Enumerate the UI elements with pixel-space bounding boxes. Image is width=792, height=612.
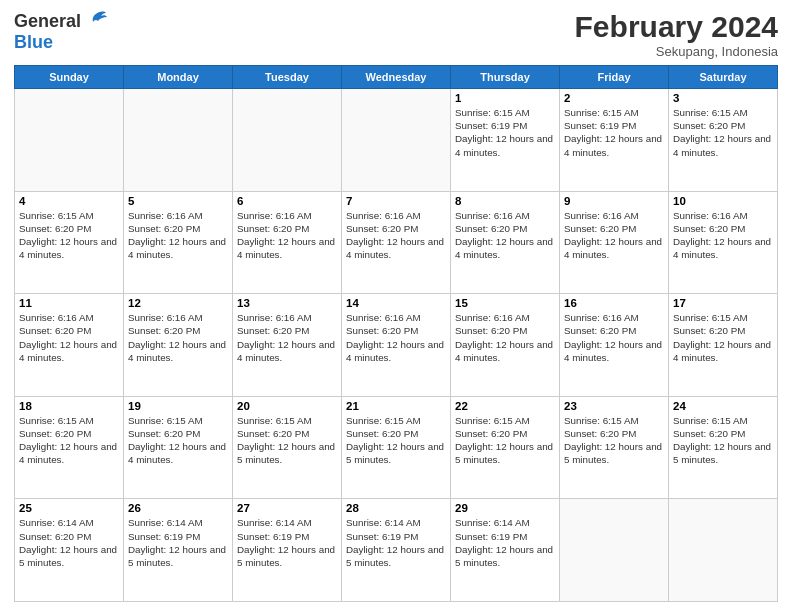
calendar-cell: 14Sunrise: 6:16 AM Sunset: 6:20 PM Dayli… [342, 294, 451, 397]
cell-info: Sunrise: 6:15 AM Sunset: 6:20 PM Dayligh… [673, 106, 773, 159]
day-number: 10 [673, 195, 773, 207]
day-number: 20 [237, 400, 337, 412]
cell-info: Sunrise: 6:14 AM Sunset: 6:19 PM Dayligh… [455, 516, 555, 569]
calendar-dow-wednesday: Wednesday [342, 66, 451, 89]
month-title: February 2024 [575, 10, 778, 44]
cell-info: Sunrise: 6:14 AM Sunset: 6:19 PM Dayligh… [128, 516, 228, 569]
cell-info: Sunrise: 6:16 AM Sunset: 6:20 PM Dayligh… [564, 209, 664, 262]
calendar-header-row: SundayMondayTuesdayWednesdayThursdayFrid… [15, 66, 778, 89]
cell-info: Sunrise: 6:14 AM Sunset: 6:19 PM Dayligh… [346, 516, 446, 569]
calendar-cell: 16Sunrise: 6:16 AM Sunset: 6:20 PM Dayli… [560, 294, 669, 397]
calendar-cell: 20Sunrise: 6:15 AM Sunset: 6:20 PM Dayli… [233, 396, 342, 499]
calendar-cell: 21Sunrise: 6:15 AM Sunset: 6:20 PM Dayli… [342, 396, 451, 499]
cell-info: Sunrise: 6:16 AM Sunset: 6:20 PM Dayligh… [455, 311, 555, 364]
calendar-cell: 8Sunrise: 6:16 AM Sunset: 6:20 PM Daylig… [451, 191, 560, 294]
cell-info: Sunrise: 6:16 AM Sunset: 6:20 PM Dayligh… [237, 311, 337, 364]
calendar-cell: 5Sunrise: 6:16 AM Sunset: 6:20 PM Daylig… [124, 191, 233, 294]
page: General Blue February 2024 Sekupang, Ind… [0, 0, 792, 612]
calendar-week-1: 4Sunrise: 6:15 AM Sunset: 6:20 PM Daylig… [15, 191, 778, 294]
calendar-cell: 26Sunrise: 6:14 AM Sunset: 6:19 PM Dayli… [124, 499, 233, 602]
cell-info: Sunrise: 6:14 AM Sunset: 6:20 PM Dayligh… [19, 516, 119, 569]
cell-info: Sunrise: 6:15 AM Sunset: 6:20 PM Dayligh… [346, 414, 446, 467]
day-number: 7 [346, 195, 446, 207]
calendar-cell: 6Sunrise: 6:16 AM Sunset: 6:20 PM Daylig… [233, 191, 342, 294]
calendar-dow-tuesday: Tuesday [233, 66, 342, 89]
calendar-cell: 4Sunrise: 6:15 AM Sunset: 6:20 PM Daylig… [15, 191, 124, 294]
calendar-cell: 3Sunrise: 6:15 AM Sunset: 6:20 PM Daylig… [669, 89, 778, 192]
calendar-cell [124, 89, 233, 192]
calendar-cell: 19Sunrise: 6:15 AM Sunset: 6:20 PM Dayli… [124, 396, 233, 499]
calendar-cell: 23Sunrise: 6:15 AM Sunset: 6:20 PM Dayli… [560, 396, 669, 499]
day-number: 13 [237, 297, 337, 309]
calendar-cell [560, 499, 669, 602]
day-number: 25 [19, 502, 119, 514]
day-number: 18 [19, 400, 119, 412]
cell-info: Sunrise: 6:16 AM Sunset: 6:20 PM Dayligh… [19, 311, 119, 364]
day-number: 22 [455, 400, 555, 412]
day-number: 29 [455, 502, 555, 514]
cell-info: Sunrise: 6:16 AM Sunset: 6:20 PM Dayligh… [346, 209, 446, 262]
calendar-cell [15, 89, 124, 192]
day-number: 2 [564, 92, 664, 104]
calendar-cell: 29Sunrise: 6:14 AM Sunset: 6:19 PM Dayli… [451, 499, 560, 602]
day-number: 11 [19, 297, 119, 309]
day-number: 5 [128, 195, 228, 207]
calendar-cell: 24Sunrise: 6:15 AM Sunset: 6:20 PM Dayli… [669, 396, 778, 499]
cell-info: Sunrise: 6:15 AM Sunset: 6:20 PM Dayligh… [564, 414, 664, 467]
calendar-cell: 11Sunrise: 6:16 AM Sunset: 6:20 PM Dayli… [15, 294, 124, 397]
calendar-table: SundayMondayTuesdayWednesdayThursdayFrid… [14, 65, 778, 602]
cell-info: Sunrise: 6:15 AM Sunset: 6:20 PM Dayligh… [19, 209, 119, 262]
day-number: 27 [237, 502, 337, 514]
day-number: 19 [128, 400, 228, 412]
calendar-cell: 10Sunrise: 6:16 AM Sunset: 6:20 PM Dayli… [669, 191, 778, 294]
cell-info: Sunrise: 6:15 AM Sunset: 6:19 PM Dayligh… [455, 106, 555, 159]
calendar-cell: 1Sunrise: 6:15 AM Sunset: 6:19 PM Daylig… [451, 89, 560, 192]
location: Sekupang, Indonesia [575, 44, 778, 59]
calendar-week-3: 18Sunrise: 6:15 AM Sunset: 6:20 PM Dayli… [15, 396, 778, 499]
cell-info: Sunrise: 6:14 AM Sunset: 6:19 PM Dayligh… [237, 516, 337, 569]
logo: General Blue [14, 10, 108, 53]
calendar-cell: 2Sunrise: 6:15 AM Sunset: 6:19 PM Daylig… [560, 89, 669, 192]
day-number: 1 [455, 92, 555, 104]
day-number: 15 [455, 297, 555, 309]
cell-info: Sunrise: 6:15 AM Sunset: 6:20 PM Dayligh… [237, 414, 337, 467]
cell-info: Sunrise: 6:15 AM Sunset: 6:20 PM Dayligh… [673, 414, 773, 467]
day-number: 6 [237, 195, 337, 207]
calendar-cell [669, 499, 778, 602]
cell-info: Sunrise: 6:16 AM Sunset: 6:20 PM Dayligh… [128, 311, 228, 364]
cell-info: Sunrise: 6:16 AM Sunset: 6:20 PM Dayligh… [673, 209, 773, 262]
calendar-cell [233, 89, 342, 192]
day-number: 9 [564, 195, 664, 207]
day-number: 26 [128, 502, 228, 514]
cell-info: Sunrise: 6:15 AM Sunset: 6:20 PM Dayligh… [455, 414, 555, 467]
calendar-week-4: 25Sunrise: 6:14 AM Sunset: 6:20 PM Dayli… [15, 499, 778, 602]
calendar-cell: 27Sunrise: 6:14 AM Sunset: 6:19 PM Dayli… [233, 499, 342, 602]
calendar-cell: 17Sunrise: 6:15 AM Sunset: 6:20 PM Dayli… [669, 294, 778, 397]
cell-info: Sunrise: 6:16 AM Sunset: 6:20 PM Dayligh… [237, 209, 337, 262]
logo-blue: Blue [14, 32, 53, 52]
cell-info: Sunrise: 6:15 AM Sunset: 6:20 PM Dayligh… [128, 414, 228, 467]
header: General Blue February 2024 Sekupang, Ind… [14, 10, 778, 59]
title-block: February 2024 Sekupang, Indonesia [575, 10, 778, 59]
day-number: 17 [673, 297, 773, 309]
calendar-dow-sunday: Sunday [15, 66, 124, 89]
calendar-cell: 25Sunrise: 6:14 AM Sunset: 6:20 PM Dayli… [15, 499, 124, 602]
day-number: 28 [346, 502, 446, 514]
day-number: 12 [128, 297, 228, 309]
calendar-cell: 12Sunrise: 6:16 AM Sunset: 6:20 PM Dayli… [124, 294, 233, 397]
calendar-cell: 13Sunrise: 6:16 AM Sunset: 6:20 PM Dayli… [233, 294, 342, 397]
logo-bird-icon [84, 10, 108, 32]
calendar-week-0: 1Sunrise: 6:15 AM Sunset: 6:19 PM Daylig… [15, 89, 778, 192]
cell-info: Sunrise: 6:16 AM Sunset: 6:20 PM Dayligh… [455, 209, 555, 262]
calendar-dow-saturday: Saturday [669, 66, 778, 89]
cell-info: Sunrise: 6:15 AM Sunset: 6:19 PM Dayligh… [564, 106, 664, 159]
day-number: 16 [564, 297, 664, 309]
cell-info: Sunrise: 6:15 AM Sunset: 6:20 PM Dayligh… [673, 311, 773, 364]
cell-info: Sunrise: 6:16 AM Sunset: 6:20 PM Dayligh… [564, 311, 664, 364]
calendar-cell: 9Sunrise: 6:16 AM Sunset: 6:20 PM Daylig… [560, 191, 669, 294]
day-number: 4 [19, 195, 119, 207]
day-number: 23 [564, 400, 664, 412]
logo-general: General [14, 11, 81, 32]
calendar-week-2: 11Sunrise: 6:16 AM Sunset: 6:20 PM Dayli… [15, 294, 778, 397]
cell-info: Sunrise: 6:15 AM Sunset: 6:20 PM Dayligh… [19, 414, 119, 467]
